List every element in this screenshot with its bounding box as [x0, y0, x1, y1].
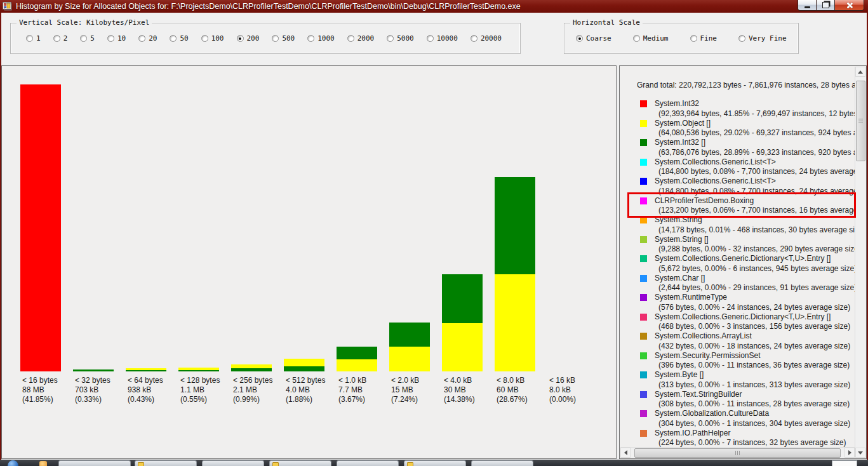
legend-item[interactable]: System.Collections.Generic.Dictionary<T,… — [637, 254, 855, 274]
taskbar-button[interactable] — [269, 460, 331, 466]
scroll-right-button[interactable] — [845, 448, 855, 458]
bar-label: < 64 bytes938 kB(0.43%) — [128, 376, 163, 404]
legend-item[interactable]: System.String(14,178 bytes, 0.01% - 468 … — [637, 215, 855, 235]
legend-item[interactable]: System.String [](9,288 bytes, 0.00% - 32… — [637, 235, 855, 255]
vscale-option-50[interactable]: 50 — [170, 34, 188, 43]
histogram-bar[interactable]: < 2.0 kB15 MB(7.24%) — [389, 66, 430, 458]
type-color-swatch — [640, 410, 647, 417]
radio-icon — [138, 35, 145, 42]
vertical-scale-group: Vertical Scale: Kilobytes/Pixel 1 2 5 10… — [10, 23, 521, 54]
minimize-button[interactable] — [798, 0, 817, 11]
legend-item[interactable]: System.Collections.Generic.List<T>(184,8… — [637, 157, 855, 177]
radio-icon — [80, 35, 87, 42]
vertical-scale-caption: Vertical Scale: Kilobytes/Pixel — [17, 18, 152, 27]
histogram-bar[interactable]: < 32 bytes703 kB(0.33%) — [73, 66, 114, 458]
restore-button[interactable] — [817, 0, 835, 11]
type-color-swatch — [640, 430, 647, 437]
close-button[interactable] — [835, 0, 864, 11]
hscale-option-fine[interactable]: Fine — [690, 34, 718, 43]
arrow-left-icon — [624, 450, 627, 455]
type-color-swatch — [640, 178, 647, 185]
minimize-icon — [805, 6, 810, 8]
histogram-bar[interactable]: < 512 bytes4.0 MB(1.88%) — [284, 66, 324, 458]
bar-label: < 128 bytes1.1 MB(0.55%) — [180, 376, 220, 404]
radio-icon — [690, 35, 697, 42]
type-color-swatch — [640, 139, 647, 146]
histogram-bar[interactable]: < 256 bytes2.1 MB(0.99%) — [231, 66, 272, 458]
hscale-option-coarse[interactable]: Coarse — [576, 34, 611, 43]
taskbar-button[interactable] — [337, 460, 399, 466]
arrow-right-icon — [848, 450, 851, 455]
legend-item[interactable]: System.Object [](64,080,536 bytes, 29.02… — [637, 119, 855, 138]
horizontal-scrollbar-thumb[interactable] — [634, 448, 841, 458]
legend-horizontal-scrollbar[interactable] — [620, 447, 855, 458]
vscale-option-200[interactable]: 200 — [237, 34, 260, 43]
vscale-option-20000[interactable]: 20000 — [471, 34, 502, 43]
hscale-option-medium[interactable]: Medium — [633, 34, 669, 43]
taskbar[interactable] — [0, 460, 868, 466]
legend-item[interactable]: System.Byte [](313 bytes, 0.00% - 1 inst… — [637, 370, 855, 390]
legend-item[interactable]: System.Globalization.CultureData(304 byt… — [637, 409, 855, 429]
legend-item[interactable]: System.RuntimeType(576 bytes, 0.00% - 24… — [637, 293, 855, 312]
legend-item[interactable]: System.Collections.Generic.Dictionary<T,… — [637, 312, 855, 332]
scroll-up-button[interactable] — [855, 67, 865, 77]
vscale-option-2[interactable]: 2 — [53, 34, 68, 43]
histogram-bar[interactable]: < 8.0 kB60 MB(28.67%) — [495, 66, 535, 458]
histogram-bar[interactable]: < 1.0 kB7.7 MB(3.67%) — [337, 66, 377, 458]
vscale-option-100[interactable]: 100 — [201, 34, 224, 43]
taskbar-button[interactable] — [58, 460, 131, 466]
taskbar-tray[interactable] — [832, 460, 857, 466]
bar-label: < 2.0 kB15 MB(7.24%) — [391, 376, 419, 404]
legend-item[interactable]: System.Collections.Generic.List<T>(184,8… — [637, 176, 855, 196]
legend-item[interactable]: System.Collections.ArrayList(432 bytes, … — [637, 331, 855, 351]
type-color-swatch — [640, 294, 647, 301]
legend-item[interactable]: System.Int32(92,393,964 bytes, 41.85% - … — [637, 99, 855, 119]
type-color-swatch — [640, 197, 647, 204]
bar-label: < 8.0 kB60 MB(28.67%) — [497, 376, 528, 404]
type-color-swatch — [640, 333, 647, 340]
taskbar-pinned-icon[interactable] — [39, 461, 47, 466]
type-color-swatch — [640, 159, 647, 166]
taskbar-button[interactable] — [202, 460, 264, 466]
start-button[interactable] — [8, 460, 18, 466]
legend-item[interactable]: System.Text.StringBuilder(308 bytes, 0.0… — [637, 390, 855, 409]
title-bar[interactable]: Histogram by Size for Allocated Objects … — [0, 0, 868, 13]
histogram-bar[interactable]: < 16 kB8.0 kB(0.00%) — [547, 66, 588, 458]
scroll-left-button[interactable] — [620, 448, 631, 458]
taskbar-button[interactable] — [135, 460, 197, 466]
vscale-option-2000[interactable]: 2000 — [347, 34, 375, 43]
hscale-option-very-fine[interactable]: Very Fine — [738, 34, 787, 43]
radio-icon — [347, 35, 354, 42]
legend-item[interactable]: System.Char [](2,644 bytes, 0.00% - 29 i… — [637, 274, 855, 293]
vscale-option-10[interactable]: 10 — [107, 34, 126, 43]
legend-panel[interactable]: Grand total: 220,792,123 bytes - 7,861,9… — [619, 65, 867, 459]
vscale-option-5000[interactable]: 5000 — [387, 34, 414, 43]
radio-icon — [53, 35, 60, 42]
radio-icon — [738, 35, 745, 42]
histogram-bar[interactable]: < 16 bytes88 MB(41.85%) — [20, 66, 61, 458]
histogram-bar[interactable]: < 4.0 kB30 MB(14.38%) — [442, 66, 483, 458]
vscale-option-20[interactable]: 20 — [138, 34, 157, 43]
vertical-scrollbar-thumb[interactable] — [856, 81, 865, 161]
scroll-down-button[interactable] — [855, 448, 865, 458]
vscale-option-500[interactable]: 500 — [272, 34, 295, 43]
bar-label: < 16 bytes88 MB(41.85%) — [22, 376, 58, 404]
type-color-swatch — [640, 120, 647, 127]
legend-item[interactable]: System.IO.PathHelper(224 bytes, 0.00% - … — [637, 429, 855, 448]
horizontal-scale-group: Horizontal Scale Coarse Medium Fine Very… — [564, 23, 799, 54]
vscale-option-1[interactable]: 1 — [26, 34, 41, 43]
histogram-bar[interactable]: < 128 bytes1.1 MB(0.55%) — [178, 66, 219, 458]
taskbar-button[interactable] — [404, 460, 466, 466]
legend-item[interactable]: System.Int32 [](63,786,076 bytes, 28.89%… — [637, 138, 855, 157]
histogram-chart-panel[interactable]: < 16 bytes88 MB(41.85%) < 32 bytes703 kB… — [1, 65, 617, 459]
legend-vertical-scrollbar[interactable] — [855, 67, 865, 458]
app-icon — [3, 2, 13, 11]
legend-item[interactable]: System.Security.PermissionSet(396 bytes,… — [637, 351, 855, 371]
histogram-bar[interactable]: < 64 bytes938 kB(0.43%) — [126, 66, 166, 458]
taskbar-button[interactable] — [471, 460, 533, 466]
radio-icon — [427, 35, 434, 42]
vscale-option-1000[interactable]: 1000 — [307, 34, 335, 43]
legend-item-highlighted[interactable]: CLRProfilerTestDemo.Boxing(123,200 bytes… — [637, 196, 855, 216]
vscale-option-10000[interactable]: 10000 — [427, 34, 458, 43]
vscale-option-5[interactable]: 5 — [80, 34, 95, 43]
